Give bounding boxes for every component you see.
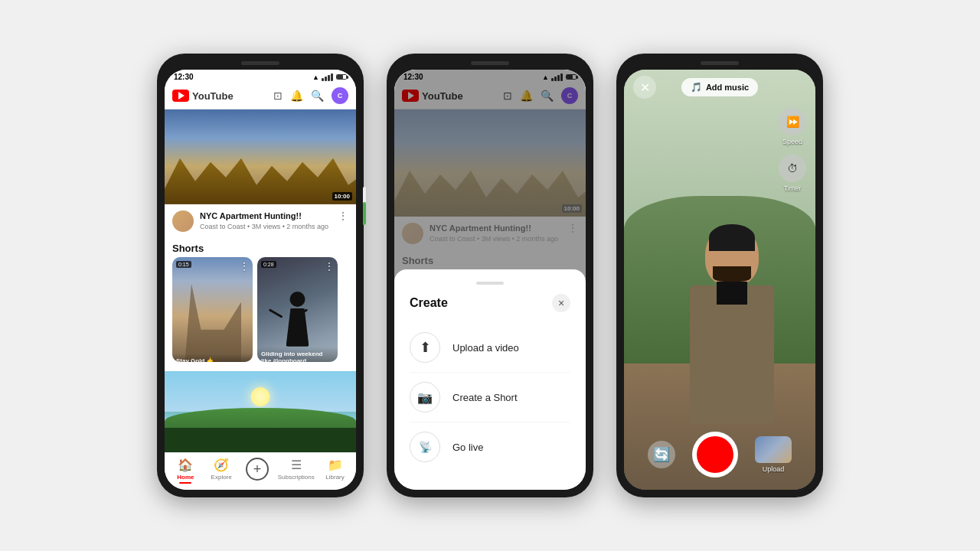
phone-screen-3: ✕ 🎵 Add music ⏩ Speed ⏱ Timer: [624, 70, 815, 490]
short-info-2: Gliding into weekend like #longboard 3M …: [257, 347, 338, 362]
explore-label: Explore: [211, 474, 232, 481]
create-icon[interactable]: +: [246, 458, 269, 481]
search-icon[interactable]: 🔍: [311, 90, 324, 102]
library-icon: 📁: [328, 458, 343, 472]
wifi-icon: ▲: [312, 73, 319, 81]
timer-control[interactable]: ⏱ Timer: [779, 155, 806, 192]
shorts-row-1: 0:15 ⋮ Stay Gold 🤙 2.5 views: [165, 257, 356, 368]
signal-bar-3: [328, 75, 330, 81]
add-music-button[interactable]: 🎵 Add music: [681, 78, 758, 96]
nav-subscriptions[interactable]: ☰ Subscriptions: [278, 458, 315, 484]
bell-icon[interactable]: 🔔: [290, 90, 303, 102]
create-modal-overlay[interactable]: Create × ⬆ Upload a video 📷 Create a Sho…: [394, 70, 586, 490]
video-thumbnail-1[interactable]: 10:00: [165, 109, 356, 204]
nav-library[interactable]: 📁 Library: [320, 458, 351, 484]
signal-bar-2: [325, 77, 327, 81]
video-title-1: NYC Apartment Hunting!!: [200, 210, 332, 221]
home-icon: 🏠: [178, 458, 193, 472]
avatar[interactable]: C: [332, 87, 348, 104]
modal-item-live[interactable]: 📡 Go live: [410, 422, 570, 471]
person-head: [705, 224, 759, 285]
upload-label: Upload a video: [452, 342, 519, 354]
video-info-1: NYC Apartment Hunting!! Coast to Coast •…: [165, 204, 356, 238]
music-note-icon: 🎵: [691, 82, 702, 93]
status-bar-1: 12:30 ▲: [165, 70, 356, 83]
channel-avatar-1: [172, 210, 194, 232]
yt-header-1: YouTube ⊡ 🔔 🔍 C: [165, 83, 356, 109]
landscape-thumb-1[interactable]: [165, 371, 356, 452]
modal-drag-handle: [476, 282, 504, 285]
upload-thumbnail: [755, 436, 792, 463]
youtube-logo-icon: [172, 90, 189, 102]
modal-item-upload[interactable]: ⬆ Upload a video: [410, 323, 570, 373]
upload-button[interactable]: Upload: [755, 436, 792, 473]
signal-bar-1: [322, 78, 324, 81]
landscape-fg: [165, 428, 356, 452]
phone-speaker-2: [471, 61, 509, 65]
person-collar: [717, 282, 747, 305]
person-hair: [709, 224, 755, 251]
volume-indicator: [363, 187, 366, 225]
short-more-1[interactable]: ⋮: [240, 261, 249, 272]
home-underline: [179, 482, 191, 484]
short-thumb-2: 0:28 ⋮ Gliding into weekend like #longbo…: [257, 257, 338, 362]
yt-logo-1: YouTube: [172, 90, 269, 102]
signal-bars: [322, 73, 333, 81]
yt-header-icons: ⊡ 🔔 🔍 C: [273, 87, 348, 104]
short-card-2[interactable]: 0:28 ⋮ Gliding into weekend like #longbo…: [257, 257, 338, 362]
record-button[interactable]: [692, 432, 738, 478]
phone-speaker-3: [701, 61, 739, 65]
nav-create[interactable]: +: [242, 458, 273, 484]
short-title-1: Stay Gold 🤙: [176, 357, 249, 362]
short-badge-1: 0:15: [176, 261, 191, 268]
bridge-arch-1: [184, 284, 241, 362]
nav-home[interactable]: 🏠 Home: [170, 458, 201, 484]
camera-close-button[interactable]: ✕: [633, 76, 656, 99]
signal-bar-4: [331, 73, 333, 81]
video-duration-1: 10:00: [332, 192, 352, 201]
person-beard: [713, 266, 751, 282]
modal-close-button[interactable]: ×: [552, 294, 570, 312]
flip-camera-button[interactable]: 🔄: [648, 441, 675, 468]
video-more-1[interactable]: ⋮: [338, 210, 348, 221]
short-more-2[interactable]: ⋮: [325, 261, 334, 272]
camera-screen: ✕ 🎵 Add music ⏩ Speed ⏱ Timer: [624, 70, 815, 490]
person-body: [690, 285, 774, 423]
phone-2: 12:30 ▲ YouTube ⊡ 🔔 🔍: [387, 54, 593, 497]
channel-name-1: Coast to Coast: [200, 223, 246, 230]
subscriptions-label: Subscriptions: [278, 474, 315, 481]
status-icons-1: ▲: [312, 73, 347, 81]
modal-header: Create ×: [410, 294, 570, 312]
create-modal: Create × ⬆ Upload a video 📷 Create a Sho…: [394, 269, 586, 490]
battery-icon: [336, 74, 347, 80]
volume-fill: [363, 202, 366, 225]
short-camera-icon: 📷: [410, 382, 440, 412]
speed-control[interactable]: ⏩ Speed: [779, 108, 806, 145]
short-info-1: Stay Gold 🤙 2.5 views: [172, 354, 253, 362]
phone-1: 12:30 ▲ YouTube ⊡ 🔔 🔍: [157, 54, 364, 497]
status-time-1: 12:30: [174, 73, 194, 81]
phone-3: ✕ 🎵 Add music ⏩ Speed ⏱ Timer: [616, 54, 823, 497]
speed-icon: ⏩: [779, 108, 806, 135]
camera-right-controls: ⏩ Speed ⏱ Timer: [779, 108, 806, 192]
library-label: Library: [325, 474, 344, 481]
short-badge-2: 0:28: [261, 261, 276, 268]
add-music-label: Add music: [706, 83, 749, 92]
short-card-1[interactable]: 0:15 ⋮ Stay Gold 🤙 2.5 views: [172, 257, 253, 362]
nav-explore[interactable]: 🧭 Explore: [206, 458, 237, 484]
create-short-label: Create a Short: [452, 392, 518, 403]
phone-screen-2: 12:30 ▲ YouTube ⊡ 🔔 🔍: [394, 70, 586, 490]
modal-title: Create: [410, 296, 448, 310]
cast-icon[interactable]: ⊡: [273, 90, 283, 102]
record-button-inner: [697, 436, 733, 473]
modal-item-short[interactable]: 📷 Create a Short: [410, 373, 570, 422]
timer-icon: ⏱: [779, 155, 806, 182]
shorts-section-title-1: Shorts: [165, 238, 356, 257]
explore-icon: 🧭: [214, 458, 229, 472]
phone-screen-1: 12:30 ▲ YouTube ⊡ 🔔 🔍: [165, 70, 356, 490]
go-live-label: Go live: [452, 442, 483, 453]
upload-icon: ⬆: [410, 332, 440, 363]
camera-bottom-bar: 🔄 Upload: [624, 419, 815, 490]
camera-top-bar: ✕ 🎵 Add music: [624, 70, 815, 105]
upload-label-cam: Upload: [763, 465, 785, 473]
